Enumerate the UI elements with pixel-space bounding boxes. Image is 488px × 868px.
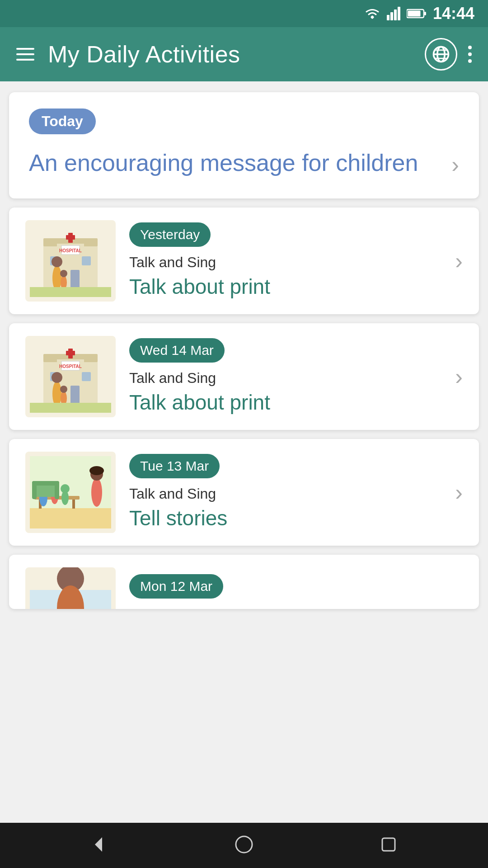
- tue13-chevron-icon: ›: [455, 479, 463, 505]
- wed14-image: HOSPITAL: [25, 336, 116, 417]
- svg-point-65: [236, 836, 252, 853]
- status-bar: 14:44: [0, 0, 488, 27]
- hospital-illustration-2: HOSPITAL: [30, 340, 111, 413]
- yesterday-image: HOSPITAL: [25, 220, 116, 302]
- svg-point-56: [61, 491, 69, 505]
- recent-button[interactable]: [379, 835, 399, 856]
- mon12-activity: Mon 12 Mar: [9, 555, 479, 609]
- svg-point-24: [52, 256, 62, 267]
- wed14-info: Wed 14 Mar Talk and Sing Talk about prin…: [129, 338, 441, 415]
- wed14-badge: Wed 14 Mar: [129, 338, 225, 363]
- svg-point-26: [60, 270, 67, 277]
- today-card-inner: An encouraging message for children ›: [29, 148, 459, 179]
- battery-icon: [407, 8, 427, 19]
- hospital-illustration: HOSPITAL: [30, 225, 111, 297]
- yesterday-activity: HOSPITAL: [9, 208, 479, 314]
- tue13-image: [25, 452, 116, 533]
- tue13-info: Tue 13 Mar Talk and Sing Tell stories: [129, 454, 441, 530]
- app-bar: My Daily Activities: [0, 27, 488, 81]
- svg-rect-1: [387, 15, 389, 20]
- svg-point-48: [91, 478, 102, 507]
- wifi-icon: [364, 7, 380, 20]
- more-button[interactable]: [468, 46, 472, 63]
- status-time: 14:44: [433, 4, 474, 23]
- svg-rect-60: [55, 481, 59, 499]
- svg-marker-64: [95, 837, 102, 852]
- svg-point-38: [52, 381, 61, 406]
- svg-rect-35: [70, 386, 80, 404]
- svg-point-39: [52, 372, 62, 383]
- wed14-activity: HOSPITAL Wed 14 Mar Talk and Sing Talk a…: [9, 323, 479, 430]
- content-area: Today An encouraging message for childre…: [0, 81, 488, 823]
- yesterday-category: Talk and Sing: [129, 254, 441, 271]
- svg-rect-27: [30, 287, 111, 297]
- globe-icon: [431, 44, 451, 64]
- svg-rect-59: [32, 481, 37, 499]
- mon12-badge: Mon 12 Mar: [129, 574, 223, 599]
- page-title: My Daily Activities: [48, 41, 411, 68]
- svg-rect-66: [382, 838, 395, 851]
- today-chevron-icon: ›: [451, 151, 459, 178]
- svg-rect-42: [30, 403, 111, 413]
- svg-rect-43: [30, 506, 111, 528]
- tue13-title: Tell stories: [129, 506, 441, 530]
- status-icons: 14:44: [364, 4, 474, 23]
- wed14-chevron-icon: ›: [455, 363, 463, 390]
- svg-rect-6: [408, 11, 420, 17]
- back-button[interactable]: [89, 835, 109, 856]
- signal-icon: [387, 7, 400, 20]
- today-card[interactable]: Today An encouraging message for childre…: [9, 92, 479, 198]
- recent-icon: [379, 835, 399, 854]
- tue13-category: Talk and Sing: [129, 486, 441, 502]
- yesterday-card[interactable]: HOSPITAL: [9, 208, 479, 314]
- svg-rect-19: [66, 235, 75, 240]
- svg-rect-22: [82, 256, 91, 265]
- home-button[interactable]: [234, 835, 254, 856]
- mon12-info: Mon 12 Mar: [129, 574, 463, 606]
- app-bar-actions: [425, 38, 472, 71]
- yesterday-info: Yesterday Talk and Sing Talk about print: [129, 222, 441, 299]
- today-title: An encouraging message for children: [29, 148, 442, 179]
- svg-rect-2: [390, 12, 393, 20]
- today-badge: Today: [29, 108, 96, 134]
- svg-point-41: [60, 386, 67, 393]
- globe-button[interactable]: [425, 38, 457, 71]
- svg-point-0: [371, 16, 374, 19]
- wed14-category: Talk and Sing: [129, 370, 441, 387]
- back-icon: [89, 835, 109, 854]
- svg-rect-7: [424, 12, 426, 15]
- svg-point-63: [57, 585, 84, 609]
- wed14-title: Talk about print: [129, 390, 441, 415]
- svg-rect-34: [66, 351, 75, 355]
- svg-rect-47: [72, 500, 75, 509]
- yesterday-badge: Yesterday: [129, 222, 211, 247]
- tue13-badge: Tue 13 Mar: [129, 454, 220, 478]
- classroom-illustration: [30, 456, 111, 528]
- svg-rect-20: [70, 270, 80, 288]
- bottom-nav: [0, 823, 488, 868]
- svg-rect-4: [398, 7, 400, 20]
- tue13-activity: Tue 13 Mar Talk and Sing Tell stories ›: [9, 439, 479, 546]
- svg-text:HOSPITAL: HOSPITAL: [59, 248, 82, 253]
- home-icon: [234, 835, 254, 854]
- hamburger-button[interactable]: [16, 48, 34, 61]
- svg-rect-37: [82, 372, 91, 381]
- tue13-card[interactable]: Tue 13 Mar Talk and Sing Tell stories ›: [9, 439, 479, 546]
- mon12-image: [25, 567, 116, 609]
- wed14-card[interactable]: HOSPITAL Wed 14 Mar Talk and Sing Talk a…: [9, 323, 479, 430]
- svg-text:HOSPITAL: HOSPITAL: [59, 364, 82, 369]
- svg-point-50: [89, 466, 104, 475]
- mon12-card[interactable]: Mon 12 Mar: [9, 555, 479, 609]
- svg-point-23: [52, 265, 61, 291]
- person-illustration: [30, 567, 111, 609]
- yesterday-title: Talk about print: [129, 274, 441, 299]
- svg-rect-3: [394, 9, 397, 20]
- yesterday-chevron-icon: ›: [455, 248, 463, 274]
